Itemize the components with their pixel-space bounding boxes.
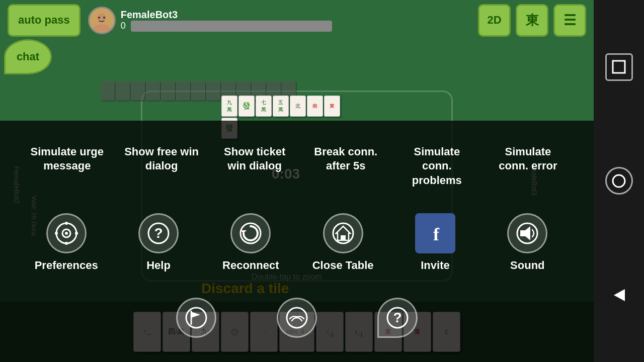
svg-text:?: ? <box>154 225 163 241</box>
help-label: Help <box>146 258 171 273</box>
svg-point-4 <box>103 17 105 19</box>
svg-text:?: ? <box>393 310 401 325</box>
svg-point-9 <box>65 242 68 245</box>
preferences-button[interactable]: Preferences <box>26 208 107 278</box>
menu-button[interactable]: ☰ <box>553 4 586 37</box>
svg-point-10 <box>55 232 58 235</box>
preferences-icon <box>46 213 87 253</box>
simulate-conn-error-label: Simulateconn. error <box>499 145 557 173</box>
simulate-conn-problems-label: Simulateconn.problems <box>412 145 462 188</box>
help-button[interactable]: ? Help <box>118 208 199 278</box>
player-info: FemaleBot3 0 <box>88 7 470 34</box>
tile: 東 <box>324 96 340 117</box>
score-value: 0 <box>121 21 126 31</box>
square-button[interactable] <box>605 53 633 81</box>
svg-point-8 <box>65 222 68 225</box>
circle-button[interactable] <box>605 167 633 195</box>
sound-label: Sound <box>510 258 544 273</box>
simulate-conn-problems-button[interactable]: Simulateconn.problems <box>396 140 477 193</box>
score-bar-container: 0 <box>121 21 470 32</box>
tile: 七萬 <box>256 96 272 117</box>
tile <box>146 81 160 101</box>
right-panel <box>594 0 644 362</box>
break-conn-label: Break conn.after 5s <box>314 145 377 173</box>
show-ticket-win-button[interactable]: Show ticketwin dialog <box>214 140 295 193</box>
handshake-icon <box>277 298 317 338</box>
east-wind-button[interactable]: 東 <box>516 4 548 37</box>
top-bar: auto pass FemaleBot3 0 2D 東 ☰ <box>0 0 594 40</box>
menu-row-icons: Preferences ? Help Reconnect <box>20 208 574 278</box>
sound-icon <box>507 213 547 253</box>
break-conn-button[interactable]: Break conn.after 5s <box>305 140 386 193</box>
simulate-conn-error-button[interactable]: Simulateconn. error <box>488 140 568 193</box>
close-table-button[interactable]: Close Table <box>303 208 383 278</box>
invite-label: Invite <box>421 258 449 273</box>
svg-rect-18 <box>341 235 346 240</box>
help-icon: ? <box>138 213 179 253</box>
reconnect-button[interactable]: Reconnect <box>210 208 291 278</box>
menu-row-debug: Simulate urgemessage Show free windialog… <box>20 140 574 193</box>
svg-rect-22 <box>520 230 525 236</box>
invite-icon: f <box>415 213 455 253</box>
sound-button[interactable]: Sound <box>487 208 568 278</box>
svg-point-3 <box>98 17 100 19</box>
svg-marker-15 <box>240 230 247 233</box>
svg-point-24 <box>186 308 206 328</box>
svg-rect-30 <box>613 61 625 73</box>
tile: 南 <box>307 96 323 117</box>
show-free-win-button[interactable]: Show free windialog <box>119 140 204 193</box>
chat-help-button[interactable]: ? <box>357 293 438 343</box>
show-ticket-win-label: Show ticketwin dialog <box>224 145 285 173</box>
svg-point-31 <box>613 175 625 187</box>
tile: 五萬 <box>273 96 289 117</box>
close-table-label: Close Table <box>312 258 374 273</box>
menu-row-bottom: ? <box>146 293 448 343</box>
tile: 發 <box>238 96 255 117</box>
tile <box>206 81 220 101</box>
top-right-buttons: 2D 東 ☰ <box>478 4 586 37</box>
tile: 九萬 <box>221 96 237 117</box>
player-name-score: FemaleBot3 0 <box>121 9 470 32</box>
close-table-icon <box>323 213 363 253</box>
auto-pass-button[interactable]: auto pass <box>8 4 80 37</box>
show-free-win-label: Show free windialog <box>124 145 199 173</box>
tile <box>176 81 190 101</box>
back-button[interactable] <box>605 281 633 309</box>
reconnect-icon <box>230 213 271 253</box>
handshake-button[interactable] <box>257 293 337 343</box>
svg-marker-32 <box>614 289 625 301</box>
svg-text:f: f <box>433 224 440 244</box>
tile <box>116 81 130 101</box>
tile <box>101 81 115 101</box>
tile <box>191 81 205 101</box>
chat-help-icon: ? <box>377 298 418 338</box>
svg-point-2 <box>93 24 111 32</box>
reconnect-label: Reconnect <box>222 258 279 273</box>
flag-button[interactable] <box>156 293 236 343</box>
svg-marker-26 <box>191 312 200 318</box>
tile <box>161 81 175 101</box>
chat-button[interactable]: chat <box>4 39 52 74</box>
score-bar <box>131 21 332 32</box>
simulate-urge-label: Simulate urgemessage <box>31 145 104 173</box>
svg-marker-23 <box>525 226 530 240</box>
svg-point-11 <box>75 232 78 235</box>
player-name: FemaleBot3 <box>121 9 470 21</box>
debug-overlay-menu: Simulate urgemessage Show free windialog… <box>0 121 594 362</box>
preferences-label: Preferences <box>35 258 98 273</box>
simulate-urge-button[interactable]: Simulate urgemessage <box>26 140 109 193</box>
svg-point-7 <box>65 232 68 235</box>
tile <box>131 81 145 101</box>
2d-view-button[interactable]: 2D <box>478 4 511 37</box>
chat-label: chat <box>17 50 39 63</box>
flag-icon <box>176 298 216 338</box>
invite-button[interactable]: f Invite <box>395 208 475 278</box>
avatar <box>88 7 116 34</box>
tile: 北 <box>290 96 306 117</box>
